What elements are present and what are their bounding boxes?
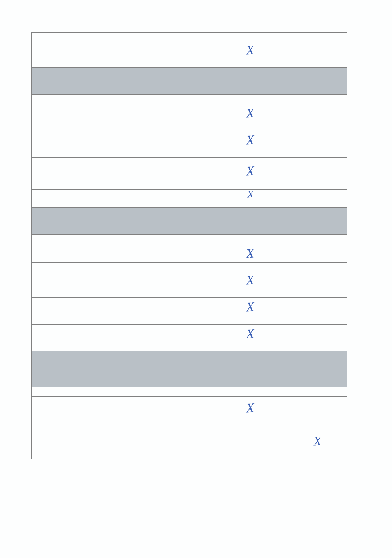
- check-cell: [288, 41, 347, 59]
- desc-cell: [32, 33, 212, 41]
- table-row: [32, 95, 347, 104]
- spacer-cell: [32, 427, 347, 432]
- x-mark-icon: X: [246, 246, 255, 260]
- check-cell: [288, 325, 347, 343]
- desc-cell: [32, 271, 212, 289]
- x-mark-icon: X: [246, 133, 255, 147]
- check-cell: X: [212, 131, 288, 149]
- check-cell: [288, 184, 347, 189]
- desc-cell: [32, 59, 212, 67]
- desc-cell: [32, 244, 212, 262]
- check-cell: [288, 149, 347, 157]
- check-cell: [288, 289, 347, 297]
- desc-cell: [32, 450, 212, 459]
- section-header: [32, 351, 347, 387]
- check-cell: [212, 419, 288, 427]
- check-cell: [212, 316, 288, 324]
- check-cell: [288, 397, 347, 419]
- check-cell: [288, 59, 347, 67]
- table-row: [32, 427, 347, 432]
- check-cell: [288, 298, 347, 316]
- check-cell: X: [212, 244, 288, 262]
- check-cell: X: [212, 104, 288, 122]
- table-row: X: [32, 432, 347, 450]
- table-row: [32, 199, 347, 208]
- table-row: [32, 387, 347, 397]
- check-cell: X: [212, 158, 288, 184]
- check-cell: [212, 432, 288, 450]
- check-cell: X: [212, 298, 288, 316]
- header-cell: [32, 208, 347, 234]
- check-cell: [212, 199, 288, 207]
- x-mark-icon: X: [246, 401, 255, 414]
- check-cell: X: [212, 325, 288, 343]
- check-cell: [212, 59, 288, 67]
- check-cell: X: [288, 432, 347, 450]
- table-row: X: [32, 131, 347, 149]
- check-cell: [288, 158, 347, 184]
- check-cell: [288, 33, 347, 41]
- check-cell: [212, 235, 288, 244]
- check-cell: [288, 263, 347, 271]
- x-mark-icon: X: [246, 273, 255, 287]
- desc-cell: [32, 343, 212, 351]
- check-cell: [288, 450, 347, 459]
- desc-cell: [32, 199, 212, 207]
- desc-cell: [32, 41, 212, 59]
- desc-cell: [32, 289, 212, 297]
- desc-cell: [32, 190, 212, 199]
- desc-cell: [32, 158, 212, 184]
- table-row: [32, 289, 347, 298]
- table-row: [32, 33, 347, 41]
- desc-cell: [32, 104, 212, 122]
- check-cell: [288, 122, 347, 131]
- section-header: [32, 208, 347, 235]
- table-row: X: [32, 104, 347, 122]
- x-mark-icon: X: [246, 164, 255, 178]
- desc-cell: [32, 432, 212, 450]
- section-header: [32, 68, 347, 95]
- check-cell: [212, 149, 288, 157]
- x-mark-icon: X: [246, 300, 255, 313]
- table-row: X: [32, 244, 347, 263]
- check-cell: [212, 450, 288, 459]
- table-row: [32, 419, 347, 427]
- desc-cell: [32, 235, 212, 244]
- table-row: [32, 316, 347, 325]
- desc-cell: [32, 95, 212, 104]
- table-row: X: [32, 190, 347, 199]
- check-cell: [288, 95, 347, 104]
- desc-cell: [32, 387, 212, 396]
- check-cell: [288, 190, 347, 199]
- check-cell: [288, 419, 347, 427]
- check-cell: [212, 263, 288, 271]
- table-row: [32, 235, 347, 244]
- table-row: [32, 149, 347, 158]
- check-cell: [212, 343, 288, 351]
- table-row: [32, 450, 347, 459]
- check-cell: [288, 131, 347, 149]
- table-row: [32, 343, 347, 351]
- check-cell: [288, 199, 347, 207]
- table-row: X: [32, 158, 347, 184]
- x-mark-icon: X: [246, 327, 255, 340]
- desc-cell: [32, 122, 212, 131]
- desc-cell: [32, 316, 212, 324]
- check-cell: [212, 289, 288, 297]
- check-cell: [212, 95, 288, 104]
- table-row: X: [32, 397, 347, 419]
- desc-cell: [32, 263, 212, 271]
- check-cell: [288, 244, 347, 262]
- table-row: X: [32, 271, 347, 289]
- table-row: [32, 59, 347, 68]
- desc-cell: [32, 149, 212, 157]
- check-cell: X: [212, 271, 288, 289]
- table-row: [32, 122, 347, 131]
- x-mark-icon: X: [247, 189, 253, 200]
- desc-cell: [32, 325, 212, 343]
- check-cell: [212, 122, 288, 131]
- header-cell: [32, 68, 347, 94]
- check-cell: [288, 235, 347, 244]
- desc-cell: [32, 397, 212, 419]
- check-cell: [288, 343, 347, 351]
